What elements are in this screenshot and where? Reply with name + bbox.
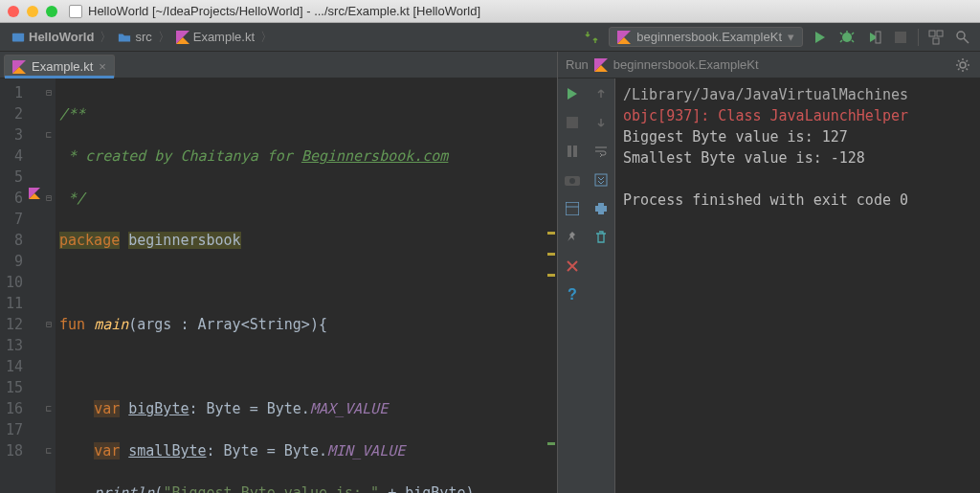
close-tab-button[interactable]: × (99, 59, 106, 74)
fold-end[interactable]: ⊏ (42, 124, 56, 146)
editor-tab-example[interactable]: Example.kt × (4, 55, 115, 78)
title-file-icon (69, 5, 82, 18)
console-line: Biggest Byte value is: 127 (623, 126, 972, 147)
gear-icon[interactable] (953, 56, 972, 75)
breadcrumb-project-label: HelloWorld (29, 30, 94, 44)
stop-button[interactable] (891, 28, 910, 47)
console-output[interactable]: /Library/Java/JavaVirtualMachines objc[9… (615, 78, 980, 493)
trash-icon[interactable] (591, 228, 611, 247)
svg-marker-22 (568, 88, 577, 100)
fold-end[interactable]: ⊏ (42, 440, 56, 461)
layout-icon[interactable] (563, 199, 582, 218)
window-title: HelloWorld [~/IdeaProjects/HelloWorld] -… (88, 4, 480, 18)
kotlin-file-icon (12, 60, 26, 74)
toolbar-actions: beginnersbook.ExampleKt ▾ (582, 27, 972, 47)
svg-rect-9 (895, 32, 906, 43)
chevron-right-icon: 〉 (158, 29, 170, 46)
breadcrumb-folder[interactable]: src (114, 28, 155, 46)
fold-end[interactable]: ⊏ (42, 398, 56, 419)
minimize-window-button[interactable] (27, 6, 38, 17)
svg-point-6 (842, 33, 852, 42)
console-line: Process finished with exit code 0 (623, 190, 972, 211)
gutter-icons (29, 78, 42, 493)
fold-toggle[interactable]: ⊟ (42, 82, 56, 103)
kotlin-config-icon (594, 58, 608, 72)
kotlin-file-icon (176, 31, 189, 44)
fold-gutter: ⊟ ⊏ ⊟ ⊟ ⊏ ⊏ (42, 78, 56, 493)
chevron-right-icon: 〉 (100, 29, 112, 46)
run-console-toolbar (587, 78, 615, 493)
breadcrumb-folder-label: src (135, 30, 151, 44)
scroll-end-icon[interactable] (591, 170, 611, 190)
run-left-toolbar: ? (558, 78, 587, 493)
run-header-config: beginnersbook.ExampleKt (613, 57, 759, 72)
editor-body[interactable]: 123456789101112131415161718 ⊟ ⊏ ⊟ ⊟ ⊏ (0, 78, 557, 493)
pause-button[interactable] (563, 142, 582, 161)
pin-icon[interactable] (563, 228, 582, 247)
editor-tabs: Example.kt × (0, 52, 557, 78)
svg-rect-0 (12, 33, 24, 41)
error-stripe-mark[interactable] (547, 274, 555, 277)
folder-icon (118, 31, 131, 44)
run-configuration-selector[interactable]: beginnersbook.ExampleKt ▾ (609, 27, 803, 47)
svg-rect-24 (568, 146, 571, 157)
console-line: /Library/Java/JavaVirtualMachines (623, 84, 972, 105)
main-area: Example.kt × 123456789101112131415161718… (0, 52, 980, 493)
run-configuration-label: beginnersbook.ExampleKt (636, 30, 782, 44)
breadcrumb-file-label: Example.kt (193, 30, 255, 44)
svg-line-14 (964, 38, 969, 43)
svg-marker-5 (815, 32, 825, 43)
project-icon (11, 31, 25, 44)
print-icon[interactable] (591, 199, 611, 218)
error-stripe-mark[interactable] (547, 253, 555, 256)
run-gutter-icon[interactable] (29, 188, 42, 209)
error-stripe-mark[interactable] (547, 232, 555, 235)
svg-point-21 (960, 62, 966, 68)
run-button[interactable] (811, 28, 830, 47)
run-body: ? /Library/Java/JavaVirtualMachines objc… (558, 78, 980, 493)
editor-pane: Example.kt × 123456789101112131415161718… (0, 52, 557, 493)
run-header: Run beginnersbook.ExampleKt (558, 52, 980, 78)
project-structure-button[interactable] (926, 28, 946, 47)
console-line: Smallest Byte value is: -128 (623, 147, 972, 168)
svg-point-13 (957, 32, 965, 39)
svg-rect-23 (567, 117, 578, 128)
coverage-button[interactable] (864, 28, 883, 47)
camera-icon[interactable] (563, 170, 582, 190)
breadcrumb: HelloWorld 〉 src 〉 Example.kt 〉 (8, 28, 582, 46)
up-icon[interactable] (591, 84, 611, 103)
toolbar-separator (918, 29, 919, 46)
kotlin-config-icon (617, 31, 631, 44)
close-window-button[interactable] (8, 6, 19, 17)
svg-rect-33 (598, 211, 604, 214)
stop-run-button[interactable] (563, 113, 582, 132)
run-header-title: Run (566, 57, 589, 72)
search-button[interactable] (953, 28, 972, 47)
breadcrumb-file[interactable]: Example.kt (172, 28, 258, 46)
code-area[interactable]: /** * created by Chaitanya for Beginners… (56, 78, 557, 493)
error-stripe-mark[interactable] (547, 442, 555, 445)
svg-rect-10 (929, 31, 935, 36)
run-tool-window: Run beginnersbook.ExampleKt ? (557, 52, 980, 493)
wrap-icon[interactable] (591, 142, 611, 161)
console-line: objc[937]: Class JavaLaunchHelper (623, 105, 972, 126)
close-run-button[interactable] (563, 257, 582, 276)
svg-rect-8 (876, 32, 880, 43)
svg-rect-11 (937, 31, 943, 36)
maximize-window-button[interactable] (46, 6, 57, 17)
rerun-button[interactable] (563, 84, 582, 103)
debug-button[interactable] (837, 28, 857, 47)
main-toolbar: HelloWorld 〉 src 〉 Example.kt 〉 beginner… (0, 23, 980, 52)
chevron-right-icon: 〉 (260, 29, 273, 46)
help-icon[interactable]: ? (563, 285, 582, 304)
line-number-gutter: 123456789101112131415161718 (0, 78, 29, 493)
down-icon[interactable] (591, 113, 611, 132)
fold-toggle[interactable]: ⊟ (42, 314, 56, 335)
window-controls (8, 6, 57, 17)
editor-tab-label: Example.kt (32, 59, 93, 74)
window-titlebar: HelloWorld [~/IdeaProjects/HelloWorld] -… (0, 0, 980, 23)
breadcrumb-project[interactable]: HelloWorld (8, 28, 98, 46)
make-project-button[interactable] (582, 28, 601, 47)
fold-toggle[interactable]: ⊟ (42, 188, 56, 209)
svg-rect-25 (573, 146, 577, 157)
